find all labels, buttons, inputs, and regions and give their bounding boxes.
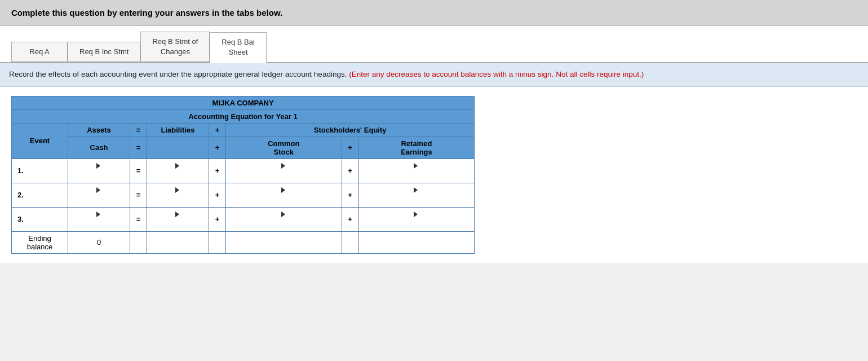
ending-common-stock-cell bbox=[226, 231, 342, 253]
liabilities-cell-2[interactable] bbox=[147, 183, 209, 207]
equals-row2: = bbox=[130, 183, 147, 207]
ending-liabilities-cell bbox=[147, 231, 209, 253]
equation-title: Accounting Equation for Year 1 bbox=[12, 109, 475, 123]
triangle-icon-liab-2 bbox=[175, 187, 179, 193]
plus-row2-1: + bbox=[209, 183, 226, 207]
plus-operator-3: + bbox=[342, 137, 358, 159]
cash-input-3[interactable] bbox=[73, 218, 125, 229]
tab-req-b-inc-stmt[interactable]: Req B Inc Stmt bbox=[68, 42, 140, 62]
cash-cell-2[interactable] bbox=[68, 183, 130, 207]
common-stock-cell-3[interactable] bbox=[226, 207, 342, 231]
main-content: MIJKA COMPANY Accounting Equation for Ye… bbox=[0, 87, 868, 263]
instruction-main-text: Record the effects of each accounting ev… bbox=[9, 70, 347, 78]
common-stock-input-1[interactable] bbox=[231, 170, 337, 180]
ending-plus-cell bbox=[209, 231, 226, 253]
triangle-icon-1 bbox=[96, 163, 100, 169]
triangle-icon-cs-3 bbox=[281, 212, 285, 217]
liabilities-cell-3[interactable] bbox=[147, 207, 209, 231]
table-row: 1. = + + bbox=[12, 159, 475, 183]
retained-earnings-input-3[interactable] bbox=[364, 218, 470, 229]
triangle-icon-liab-3 bbox=[175, 212, 179, 217]
tabs-bar: Req A Req B Inc Stmt Req B Stmt of Chang… bbox=[0, 26, 868, 63]
liabilities-input-2[interactable] bbox=[152, 194, 204, 205]
instruction-header: Complete this question by entering your … bbox=[0, 0, 868, 26]
retained-earnings-cell-3[interactable] bbox=[358, 207, 475, 231]
equals-operator-1: = bbox=[130, 123, 147, 137]
table-row: 3. = + + bbox=[12, 207, 475, 231]
tab-req-b-bal-sheet[interactable]: Req B Bal Sheet bbox=[210, 32, 267, 63]
liabilities-input-1[interactable] bbox=[152, 170, 204, 180]
event-label-2: 2. bbox=[12, 183, 68, 207]
liabilities-input-3[interactable] bbox=[152, 218, 204, 229]
common-stock-input-2[interactable] bbox=[231, 194, 337, 205]
triangle-icon-3 bbox=[96, 212, 100, 217]
instruction-area: Record the effects of each accounting ev… bbox=[0, 63, 868, 86]
common-stock-input-3[interactable] bbox=[231, 218, 337, 229]
col-retained-earnings-header: Retained Earnings bbox=[358, 137, 475, 159]
cash-input-1[interactable] bbox=[73, 170, 125, 180]
retained-earnings-input-2[interactable] bbox=[364, 194, 470, 205]
col-common-stock-header: Common Stock bbox=[226, 137, 342, 159]
ending-balance-cash: 0 bbox=[68, 231, 130, 253]
triangle-icon-cs-2 bbox=[281, 187, 285, 193]
col-assets-header: Assets bbox=[68, 123, 130, 137]
liabilities-cell-1[interactable] bbox=[147, 159, 209, 183]
col-event-header: Event bbox=[12, 123, 68, 159]
triangle-icon-re-3 bbox=[414, 212, 418, 217]
triangle-icon-liab-1 bbox=[175, 163, 179, 169]
accounting-table: MIJKA COMPANY Accounting Equation for Ye… bbox=[11, 96, 475, 254]
triangle-icon-cs-1 bbox=[281, 163, 285, 169]
table-row: 2. = + + bbox=[12, 183, 475, 207]
common-stock-cell-1[interactable] bbox=[226, 159, 342, 183]
col-cash-header: Cash bbox=[68, 137, 130, 159]
tab-req-a[interactable]: Req A bbox=[11, 42, 68, 62]
retained-earnings-input-1[interactable] bbox=[364, 170, 470, 180]
plus-row1-2: + bbox=[342, 159, 358, 183]
col-stockholders-equity-header: Stockholders' Equity bbox=[226, 123, 475, 137]
triangle-icon-re-1 bbox=[414, 163, 418, 169]
tab-req-b-stmt-changes[interactable]: Req B Stmt of Changes bbox=[140, 32, 210, 62]
company-name: MIJKA COMPANY bbox=[12, 96, 475, 109]
triangle-icon-2 bbox=[96, 187, 100, 193]
ending-balance-row: Ending balance 0 bbox=[12, 231, 475, 253]
instruction-red-text: (Enter any decreases to account balances… bbox=[349, 70, 644, 78]
plus-operator-1: + bbox=[209, 123, 226, 137]
col-liabilities-sub-header bbox=[147, 137, 209, 159]
triangle-icon-re-2 bbox=[414, 187, 418, 193]
plus-row3-2: + bbox=[342, 207, 358, 231]
event-label-3: 3. bbox=[12, 207, 68, 231]
plus-row2-2: + bbox=[342, 183, 358, 207]
ending-equals-cell bbox=[130, 231, 147, 253]
cash-input-2[interactable] bbox=[73, 194, 125, 205]
ending-balance-label: Ending balance bbox=[12, 231, 68, 253]
retained-earnings-cell-1[interactable] bbox=[358, 159, 475, 183]
equals-row1: = bbox=[130, 159, 147, 183]
cash-cell-3[interactable] bbox=[68, 207, 130, 231]
col-liabilities-header: Liabilities bbox=[147, 123, 209, 137]
retained-earnings-cell-2[interactable] bbox=[358, 183, 475, 207]
plus-operator-2: + bbox=[209, 137, 226, 159]
equals-operator-2: = bbox=[130, 137, 147, 159]
plus-row1-1: + bbox=[209, 159, 226, 183]
plus-row3-1: + bbox=[209, 207, 226, 231]
equals-row3: = bbox=[130, 207, 147, 231]
common-stock-cell-2[interactable] bbox=[226, 183, 342, 207]
ending-plus-cell-2 bbox=[342, 231, 358, 253]
ending-retained-earnings-cell bbox=[358, 231, 475, 253]
event-label-1: 1. bbox=[12, 159, 68, 183]
cash-cell-1[interactable] bbox=[68, 159, 130, 183]
